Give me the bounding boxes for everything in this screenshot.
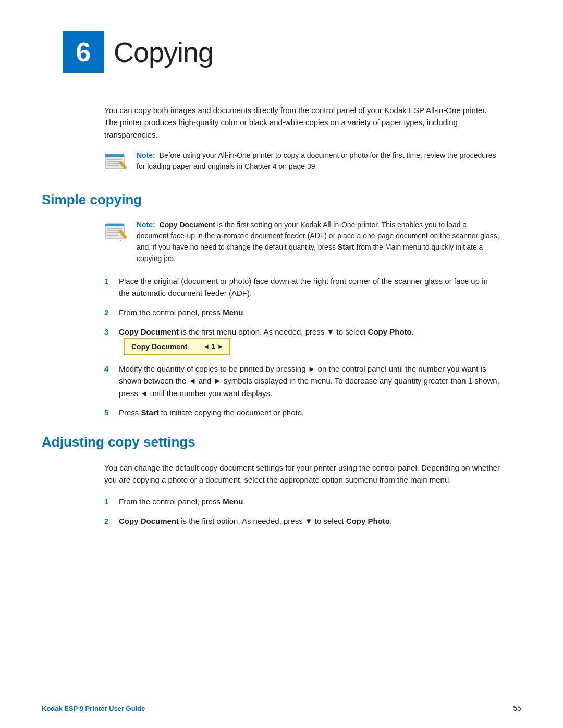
intro-paragraph: You can copy both images and documents d… [104, 104, 500, 141]
chapter-header: 6 Copying [63, 31, 521, 73]
step-1: 1 Place the original (document or photo)… [104, 275, 500, 300]
svg-marker-15 [120, 240, 121, 241]
scanner-icon-svg-2 [104, 220, 129, 245]
intro-note-text: Note: Before using your All-in-One print… [137, 150, 500, 172]
adjusting-step-1: 1 From the control panel, press Menu. [104, 496, 500, 508]
adjusting-copy-settings-section: Adjusting copy settings You can change t… [42, 434, 521, 527]
simple-copying-heading: Simple copying [42, 192, 521, 208]
simple-copying-note: Note: Copy Document is the first setting… [104, 219, 500, 265]
step-2: 2 From the control panel, press Menu. [104, 306, 500, 318]
adjusting-paragraph: You can change the default copy document… [104, 462, 500, 486]
svg-rect-9 [105, 224, 124, 226]
chapter-number: 6 [63, 31, 104, 73]
chapter-title: Copying [114, 36, 213, 68]
svg-rect-1 [105, 154, 124, 157]
svg-marker-7 [120, 170, 121, 172]
adjusting-step-2: 2 Copy Document is the first option. As … [104, 515, 500, 527]
note-icon-2 [104, 220, 129, 245]
step-4: 4 Modify the quantity of copies to be pr… [104, 363, 500, 399]
adjusting-steps: 1 From the control panel, press Menu. 2 … [104, 496, 500, 527]
simple-copying-steps: 1 Place the original (document or photo)… [104, 275, 500, 419]
copy-document-widget: Copy Document ◄ 1 ► [124, 338, 230, 356]
scanner-icon-svg [104, 151, 129, 176]
page-footer: Kodak ESP 9 Printer User Guide 55 [42, 704, 521, 712]
note-icon [104, 151, 129, 176]
simple-copying-section: Simple copying Note: Copy Document is th… [42, 192, 521, 418]
intro-note: Note: Before using your All-in-One print… [104, 150, 500, 176]
step-3: 3 Copy Document is the first menu option… [104, 326, 500, 355]
step-5: 5 Press Start to initiate copying the do… [104, 406, 500, 418]
page: 6 Copying You can copy both images and d… [0, 0, 563, 728]
footer-right: 55 [513, 704, 521, 712]
simple-copying-note-text: Note: Copy Document is the first setting… [137, 219, 500, 265]
adjusting-heading: Adjusting copy settings [42, 434, 521, 450]
footer-left: Kodak ESP 9 Printer User Guide [42, 705, 145, 712]
